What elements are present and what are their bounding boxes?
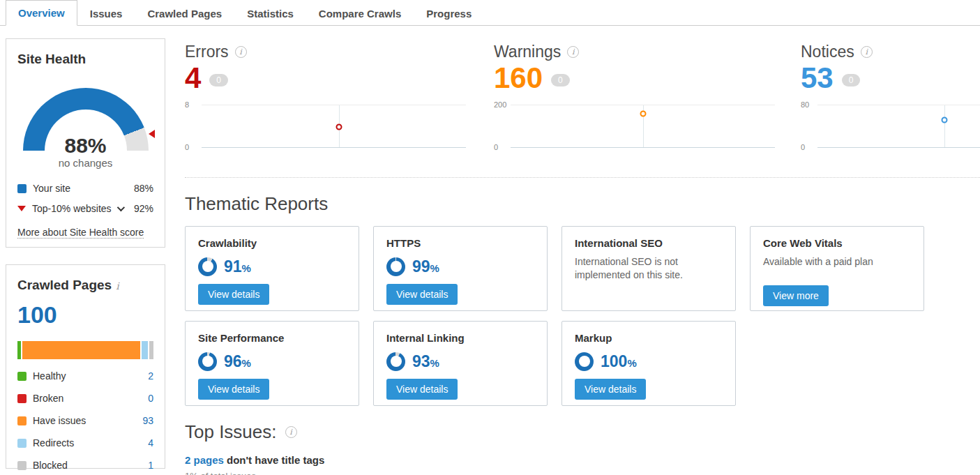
broken-swatch-icon	[17, 394, 27, 403]
warnings-title: Warnings i	[494, 43, 775, 61]
warnings-sparkline-chart: 200 0	[494, 105, 775, 148]
site-health-score: 88%	[23, 135, 149, 157]
https-card: HTTPS 99% View details	[373, 226, 548, 311]
bar-segment-have-issues	[22, 341, 140, 359]
info-icon[interactable]: i	[116, 280, 119, 292]
tab-issues[interactable]: Issues	[77, 0, 135, 26]
legend-row-blocked: Blocked 1	[17, 460, 153, 471]
markup-donut-icon	[575, 352, 594, 371]
info-icon[interactable]: i	[235, 46, 247, 58]
broken-count-link[interactable]: 0	[148, 393, 153, 404]
crawlability-view-details-button[interactable]: View details	[198, 284, 269, 305]
warnings-delta-badge: 0	[551, 74, 570, 86]
notices-delta-badge: 0	[842, 74, 861, 86]
thematic-cards-grid: Crawlability 91% View details HTTPS 99% …	[185, 226, 924, 406]
benchmark-arrow-icon	[149, 130, 155, 138]
site-performance-view-details-button[interactable]: View details	[198, 379, 269, 400]
https-view-details-button[interactable]: View details	[386, 284, 458, 305]
warnings-data-point	[640, 111, 646, 117]
errors-sparkline-chart: 8 0	[185, 105, 466, 148]
tab-overview[interactable]: Overview	[6, 0, 77, 26]
warnings-count: 160	[494, 63, 543, 93]
issues-summary-row: Errors i 4 0 8 0 Warnings i 160 0	[185, 38, 980, 178]
internal-linking-card: Internal Linking 93% View details	[373, 321, 548, 406]
site-health-change: no changes	[23, 157, 149, 169]
left-column: Site Health 88% no changes Your site 88%…	[6, 38, 165, 469]
notices-data-point	[941, 117, 947, 123]
crawled-pages-title: Crawled Pagesi	[17, 278, 153, 293]
https-donut-icon	[386, 257, 405, 276]
main-content: Errors i 4 0 8 0 Warnings i 160 0	[185, 38, 980, 475]
crawled-pages-card: Crawled Pagesi 100 Healthy 2 Broken 0 Ha…	[6, 264, 165, 469]
bar-segment-healthy	[17, 341, 21, 359]
your-site-row: Your site 88%	[17, 183, 153, 194]
site-performance-donut-icon	[198, 352, 217, 371]
tab-crawled-pages[interactable]: Crawled Pages	[135, 0, 234, 26]
site-health-card: Site Health 88% no changes Your site 88%…	[6, 38, 165, 248]
blocked-count-link[interactable]: 1	[148, 460, 153, 471]
issue-percent-of-total: 1% of total issues	[185, 471, 980, 475]
redirects-swatch-icon	[17, 439, 27, 448]
international-seo-card: International SEO International SEO is n…	[561, 226, 736, 311]
core-web-vitals-description: Available with a paid plan	[763, 255, 911, 269]
internal-linking-view-details-button[interactable]: View details	[386, 379, 458, 400]
core-web-vitals-view-more-button[interactable]: View more	[763, 285, 829, 306]
blocked-swatch-icon	[17, 461, 27, 470]
issue-text: don't have title tags	[227, 454, 324, 466]
tab-statistics[interactable]: Statistics	[234, 0, 306, 26]
info-icon[interactable]: i	[861, 46, 873, 58]
have-issues-count-link[interactable]: 93	[142, 415, 153, 426]
top10-row[interactable]: Top-10% websites 92%	[17, 203, 153, 214]
notices-stat: Notices i 53 0 80 0	[801, 38, 980, 148]
healthy-swatch-icon	[17, 372, 27, 381]
your-site-label: Your site	[33, 183, 70, 194]
errors-delta-badge: 0	[209, 74, 228, 86]
site-health-title: Site Health	[17, 52, 153, 67]
warnings-stat: Warnings i 160 0 200 0	[494, 38, 775, 148]
tab-progress[interactable]: Progress	[414, 0, 484, 26]
top-issue-item: 2 pages don't have title tags	[185, 454, 980, 466]
internal-linking-donut-icon	[386, 352, 405, 371]
errors-title: Errors i	[185, 43, 466, 61]
site-health-gauge: 88% no changes	[23, 88, 149, 152]
info-icon[interactable]: i	[567, 46, 579, 58]
notices-count: 53	[801, 63, 834, 93]
healthy-count-link[interactable]: 2	[148, 370, 153, 382]
crawled-pages-bar	[17, 341, 153, 359]
errors-data-point	[336, 124, 342, 130]
legend-row-healthy: Healthy 2	[17, 370, 153, 382]
international-seo-description: International SEO is not implemented on …	[575, 255, 723, 282]
your-site-swatch-icon	[17, 184, 27, 193]
site-health-more-link[interactable]: More about Site Health score	[17, 227, 144, 239]
info-icon[interactable]: i	[285, 426, 297, 438]
notices-sparkline-chart: 80 0	[801, 105, 980, 148]
markup-view-details-button[interactable]: View details	[575, 379, 646, 400]
top10-value: 92%	[134, 203, 153, 214]
tab-compare-crawls[interactable]: Compare Crawls	[306, 0, 414, 26]
legend-row-have-issues: Have issues 93	[17, 415, 153, 426]
top10-label: Top-10% websites	[32, 203, 112, 214]
crawlability-card: Crawlability 91% View details	[185, 226, 359, 311]
thematic-reports-heading: Thematic Reports	[185, 193, 980, 215]
notices-title: Notices i	[801, 43, 980, 61]
markup-card: Markup 100% View details	[561, 321, 736, 406]
chevron-down-icon[interactable]	[116, 204, 124, 211]
bar-segment-redirects	[142, 341, 148, 359]
core-web-vitals-card: Core Web Vitals Available with a paid pl…	[750, 226, 924, 311]
legend-row-broken: Broken 0	[17, 393, 153, 404]
crawled-pages-total: 100	[17, 301, 153, 329]
your-site-value: 88%	[134, 183, 153, 194]
issue-pages-link[interactable]: 2 pages	[185, 454, 224, 466]
errors-count: 4	[185, 63, 201, 93]
redirects-count-link[interactable]: 4	[148, 437, 153, 448]
have-issues-swatch-icon	[17, 416, 27, 425]
crawlability-donut-icon	[198, 257, 217, 276]
errors-stat: Errors i 4 0 8 0	[185, 38, 466, 148]
tab-bar: Overview Issues Crawled Pages Statistics…	[0, 0, 980, 26]
top-issues-heading: Top Issues: i	[185, 421, 980, 443]
bar-segment-blocked	[149, 341, 153, 359]
site-performance-card: Site Performance 96% View details	[185, 321, 359, 406]
top10-triangle-icon	[17, 206, 26, 211]
legend-row-redirects: Redirects 4	[17, 437, 153, 448]
